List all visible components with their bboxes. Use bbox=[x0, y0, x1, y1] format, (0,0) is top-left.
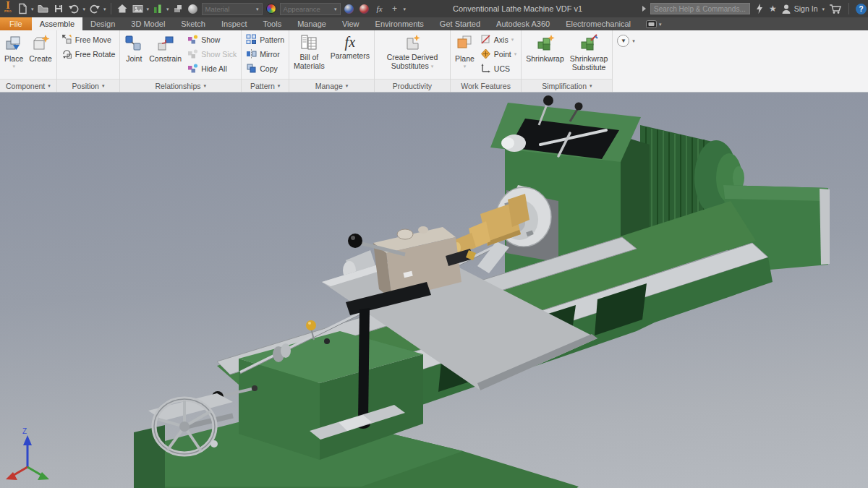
adjust-appearance-button[interactable] bbox=[343, 1, 356, 16]
command-bolt-icon[interactable] bbox=[754, 3, 765, 14]
free-move-label: Free Move bbox=[75, 35, 111, 44]
ribbon-collapse-button[interactable]: ▼ bbox=[617, 35, 629, 47]
copy-button[interactable]: Copy bbox=[244, 61, 286, 75]
create-derived-icon bbox=[403, 34, 422, 51]
panel-caret-icon: ▾ bbox=[48, 83, 51, 88]
save-button[interactable] bbox=[52, 1, 65, 16]
sphere-display-button[interactable] bbox=[187, 1, 200, 16]
customize-toolbar-caret-icon[interactable]: ▾ bbox=[404, 7, 407, 12]
undo-caret-icon[interactable]: ▾ bbox=[83, 7, 86, 12]
tab-inspect[interactable]: Inspect bbox=[213, 17, 255, 30]
tab-manage[interactable]: Manage bbox=[289, 17, 334, 30]
shrinkwrap-button[interactable]: Shrinkwrap bbox=[524, 33, 566, 65]
panel-footer-position[interactable]: Position ▾ bbox=[57, 79, 119, 92]
tab-tools[interactable]: Tools bbox=[255, 17, 289, 30]
show-button[interactable]: Show bbox=[186, 33, 238, 46]
sign-in-caret-icon[interactable]: ▾ bbox=[822, 7, 825, 12]
constrain-button[interactable]: Constrain bbox=[148, 33, 183, 65]
tab-autodesk-a360[interactable]: Autodesk A360 bbox=[488, 17, 558, 30]
axis-caret-icon: ▾ bbox=[511, 37, 514, 42]
home-icon bbox=[116, 3, 128, 14]
measure-button[interactable] bbox=[151, 1, 164, 16]
panel-footer-productivity[interactable]: Productivity bbox=[375, 79, 450, 92]
shrinkwrap-substitute-button[interactable]: Shrinkwrap Substitute bbox=[569, 33, 610, 73]
parameters-button[interactable]: fx Parameters bbox=[329, 33, 371, 62]
search-input[interactable] bbox=[650, 3, 750, 14]
create-derived-substitutes-button[interactable]: Create Derived Substitutes ▾ bbox=[386, 33, 440, 72]
panel-footer-work-features[interactable]: Work Features bbox=[451, 79, 521, 92]
joint-button[interactable]: Joint bbox=[123, 33, 145, 65]
tab-design[interactable]: Design bbox=[82, 17, 123, 30]
tab-assemble[interactable]: Assemble bbox=[32, 17, 82, 30]
axis-button[interactable]: Axis ▾ bbox=[479, 33, 518, 46]
home-view-button[interactable] bbox=[116, 1, 129, 16]
bom-label-line1: Bill of bbox=[300, 53, 319, 62]
new-file-button[interactable] bbox=[16, 1, 29, 16]
tab-environments[interactable]: Environments bbox=[367, 17, 432, 30]
tab-3d-model[interactable]: 3D Model bbox=[123, 17, 173, 30]
plane-caret-icon: ▾ bbox=[464, 64, 467, 69]
hide-all-button[interactable]: Hide All bbox=[186, 61, 238, 75]
render-caret-icon[interactable]: ▾ bbox=[147, 7, 150, 12]
free-move-button[interactable]: Free Move bbox=[60, 33, 116, 46]
panel-caret-icon: ▾ bbox=[203, 83, 206, 88]
component-small-button[interactable] bbox=[171, 1, 184, 16]
ribbon-collapse-icon: ▼ bbox=[621, 38, 626, 44]
appearance-dropdown[interactable]: Appearance ▾ bbox=[280, 3, 341, 15]
undo-button[interactable] bbox=[67, 1, 81, 16]
tab-electromechanical[interactable]: Electromechanical bbox=[558, 17, 639, 30]
tab-file[interactable]: File bbox=[0, 17, 32, 30]
panel-footer-simplification[interactable]: Simplification ▾ bbox=[522, 79, 612, 92]
panel-footer-relationships[interactable]: Relationships ▾ bbox=[120, 79, 241, 92]
clear-appearance-button[interactable] bbox=[358, 1, 371, 16]
favorites-star-icon[interactable]: ★ bbox=[769, 4, 777, 13]
cart-icon[interactable] bbox=[829, 3, 842, 14]
bill-of-materials-button[interactable]: Bill of Materials bbox=[292, 33, 326, 72]
ribbon-collapse-caret-icon[interactable]: ▾ bbox=[632, 38, 635, 43]
appearance-wheel-button[interactable] bbox=[265, 1, 278, 16]
panel-footer-component[interactable]: Component ▾ bbox=[0, 79, 56, 92]
mirror-button[interactable]: Mirror bbox=[244, 47, 286, 61]
panel-pattern: Pattern Mirror Copy Pattern ▾ bbox=[242, 30, 289, 92]
tab-view[interactable]: View bbox=[334, 17, 367, 30]
bill-of-materials-icon bbox=[299, 34, 318, 51]
create-button[interactable]: Create bbox=[27, 33, 54, 65]
show-sick-button[interactable]: Show Sick bbox=[186, 47, 238, 61]
redo-caret-icon[interactable]: ▾ bbox=[103, 7, 106, 12]
sign-in-button[interactable]: Sign In bbox=[781, 4, 818, 14]
derived-label-line1: Create Derived bbox=[387, 53, 438, 62]
tab-get-started[interactable]: Get Started bbox=[432, 17, 488, 30]
constrain-label: Constrain bbox=[149, 55, 182, 64]
measure-icon bbox=[153, 3, 163, 14]
sign-in-label: Sign In bbox=[794, 4, 818, 13]
new-file-caret-icon[interactable]: ▾ bbox=[31, 7, 34, 12]
panel-footer-pattern[interactable]: Pattern ▾ bbox=[242, 79, 289, 92]
appearance-value: Appearance bbox=[284, 5, 320, 13]
place-button[interactable]: Place ▾ bbox=[3, 33, 25, 70]
free-rotate-label: Free Rotate bbox=[75, 50, 115, 59]
mirror-icon bbox=[246, 48, 257, 59]
help-button[interactable]: ? bbox=[856, 4, 867, 14]
3d-viewport[interactable]: Z bbox=[0, 93, 868, 488]
ucs-button[interactable]: UCS bbox=[479, 61, 518, 75]
tab-overflow-button[interactable]: ▾ bbox=[639, 17, 669, 30]
open-button[interactable] bbox=[36, 1, 50, 16]
parameters-quick-button[interactable]: fx bbox=[373, 1, 386, 16]
show-sick-icon bbox=[187, 48, 198, 59]
pattern-button[interactable]: Pattern bbox=[244, 33, 286, 46]
tab-sketch[interactable]: Sketch bbox=[173, 17, 213, 30]
inventor-logo[interactable]: I PRO bbox=[2, 1, 14, 17]
panel-footer-manage[interactable]: Manage ▾ bbox=[289, 79, 374, 92]
shrinkwrap-label: Shrinkwrap bbox=[526, 55, 564, 64]
material-dropdown[interactable]: Material ▾ bbox=[202, 3, 263, 15]
point-button[interactable]: Point ▾ bbox=[479, 47, 518, 61]
plane-button[interactable]: Plane ▾ bbox=[454, 33, 476, 70]
measure-caret-icon[interactable]: ▾ bbox=[166, 7, 169, 12]
add-toolbar-button[interactable]: + bbox=[388, 1, 401, 16]
search-expand-arrow-icon[interactable] bbox=[642, 6, 646, 12]
render-button[interactable] bbox=[131, 1, 145, 16]
free-rotate-button[interactable]: Free Rotate bbox=[60, 47, 116, 61]
joint-label: Joint bbox=[126, 55, 142, 64]
shrinkwrap-substitute-line1: Shrinkwrap bbox=[570, 55, 608, 64]
redo-button[interactable] bbox=[88, 1, 101, 16]
